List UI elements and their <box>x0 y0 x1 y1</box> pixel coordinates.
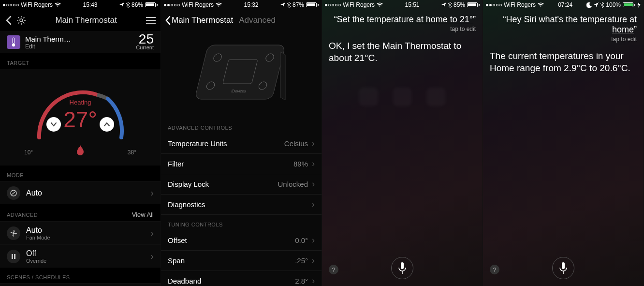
wifi-icon <box>538 2 544 7</box>
status-bar: WiFi Rogers 15:32 87% <box>161 0 322 10</box>
svg-point-12 <box>13 232 15 234</box>
location-icon <box>594 2 599 7</box>
back-button[interactable]: Main Thermostat <box>165 15 233 25</box>
chevron-right-icon: › <box>312 256 315 266</box>
battery-icon <box>623 2 635 7</box>
battery-icon <box>145 2 158 7</box>
mode-row[interactable]: Auto › <box>0 181 161 204</box>
status-bar: WiFi Rogers 15:51 85% <box>322 0 483 10</box>
screen-advanced-settings: WiFi Rogers 15:32 87% Main Thermostat Ad… <box>161 0 322 286</box>
chevron-right-icon: › <box>150 251 154 262</box>
mode-section-header: MODE <box>0 166 161 181</box>
device-illustration: iDevices <box>161 31 322 118</box>
svg-line-6 <box>23 22 24 23</box>
mode-label: Auto <box>26 189 42 197</box>
filter-row[interactable]: Filter 89% › <box>161 154 322 174</box>
siri-query[interactable]: “Set the temperature at home to 21°” <box>322 10 483 26</box>
status-bar: WiFi Rogers 15:43 86% <box>0 0 161 10</box>
row-value: Unlocked <box>278 180 308 188</box>
view-all-link[interactable]: View All <box>132 211 154 218</box>
tile-title: Main Therm… <box>25 35 83 43</box>
svg-rect-9 <box>13 38 15 44</box>
bluetooth-icon <box>287 2 291 8</box>
span-row[interactable]: Span .25° › <box>161 251 322 271</box>
diagnostics-row[interactable]: Diagnostics › <box>161 195 322 215</box>
battery-icon <box>467 2 480 7</box>
row-value: .25° <box>295 256 308 265</box>
battery-pct-label: 85% <box>454 1 465 8</box>
range-max-label: 38° <box>128 149 136 156</box>
tuning-controls-header: TUNING CONTROLS <box>161 215 322 230</box>
svg-line-8 <box>23 17 24 18</box>
chevron-right-icon: › <box>150 187 154 198</box>
screen-thermostat-home: WiFi Rogers 15:43 86% Main Thermostat Ma… <box>0 0 161 286</box>
siri-query[interactable]: “Hey Siri what's the temperature at home… <box>483 10 644 36</box>
query-suffix: ” <box>473 15 476 24</box>
gear-icon[interactable] <box>16 15 26 25</box>
help-button[interactable]: ? <box>329 265 338 274</box>
clock-label: 15:32 <box>244 1 258 8</box>
range-min-label: 10° <box>24 149 33 156</box>
thermometer-icon <box>7 35 20 49</box>
wifi-icon <box>55 2 61 7</box>
row-value: 89% <box>293 160 308 168</box>
override-row[interactable]: Off Override › <box>0 244 161 268</box>
temp-down-button[interactable] <box>46 117 61 132</box>
location-icon <box>280 2 285 7</box>
microphone-icon <box>398 262 407 274</box>
back-button[interactable] <box>5 15 12 25</box>
svg-text:iDevices: iDevices <box>231 89 247 93</box>
chevron-right-icon: › <box>312 138 315 149</box>
temperature-dial[interactable]: Heating 27° 10° 38° <box>0 69 161 166</box>
location-icon <box>441 2 446 7</box>
clock-label: 07:24 <box>558 1 572 8</box>
wifi-icon <box>216 2 222 7</box>
fan-mode-label: Auto <box>26 226 42 234</box>
deadband-row[interactable]: Deadband 2.8° › <box>161 271 322 286</box>
pause-icon <box>7 250 20 263</box>
target-temp-value: 27° <box>63 106 97 133</box>
bluetooth-icon <box>126 2 130 8</box>
override-label: Off <box>26 249 36 257</box>
clock-label: 15:51 <box>405 1 419 8</box>
display-lock-row[interactable]: Display Lock Unlocked › <box>161 174 322 195</box>
battery-pct-label: 100% <box>606 1 621 8</box>
fan-mode-sublabel: Fan Mode <box>26 235 50 241</box>
row-value: 0.0° <box>295 236 308 244</box>
microphone-icon <box>559 262 568 274</box>
chevron-right-icon: › <box>312 179 315 189</box>
clock-label: 15:43 <box>83 1 97 8</box>
temperature-units-row[interactable]: Temperature Units Celsius › <box>161 134 322 154</box>
siri-mic-button[interactable] <box>391 257 413 279</box>
tap-to-edit-link[interactable]: tap to edit <box>483 36 644 47</box>
carrier-label: WiFi Rogers <box>182 1 214 8</box>
breadcrumb-current: Advanced <box>239 15 276 25</box>
device-tile[interactable]: Main Therm… Edit 25 Current <box>0 31 161 53</box>
svg-rect-22 <box>401 262 404 269</box>
temp-up-button[interactable] <box>100 117 114 132</box>
advanced-section-header: ADVANCED <box>7 212 38 218</box>
tile-edit-link[interactable]: Edit <box>25 43 83 50</box>
siri-response: The current temperatures in your Home ra… <box>483 47 644 77</box>
row-label: Deadband <box>168 277 201 285</box>
svg-point-0 <box>20 19 23 22</box>
help-button[interactable]: ? <box>490 265 499 274</box>
wifi-icon <box>377 2 383 7</box>
back-label: Main Thermostat <box>172 15 233 25</box>
included-scenes-row[interactable]: Included Scenes 5 › <box>0 283 161 286</box>
tap-to-edit-link[interactable]: tap to edit <box>322 26 483 37</box>
screen-siri-query-temp: WiFi Rogers 07:24 100% “Hey Siri what's … <box>483 0 644 286</box>
location-icon <box>119 2 124 7</box>
query-underlined: Hey Siri what's the temperature at home <box>506 15 637 34</box>
menu-button[interactable] <box>146 17 156 24</box>
signal-dots-icon <box>486 4 502 6</box>
offset-row[interactable]: Offset 0.0° › <box>161 230 322 251</box>
fan-mode-row[interactable]: Auto Fan Mode › <box>0 221 161 244</box>
signal-dots-icon <box>325 4 341 6</box>
page-title: Main Thermostat <box>55 15 117 25</box>
carrier-label: WiFi Rogers <box>21 1 53 8</box>
siri-mic-button[interactable] <box>552 257 574 279</box>
row-label: Span <box>168 256 185 265</box>
target-section-header: TARGET <box>0 53 161 69</box>
signal-dots-icon <box>164 4 180 6</box>
